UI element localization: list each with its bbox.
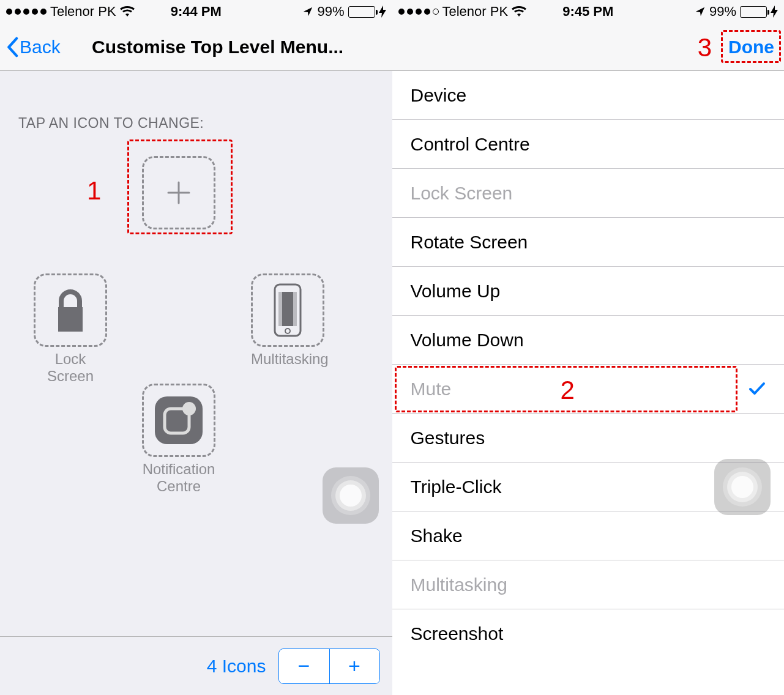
bottom-bar: 4 Icons − +	[0, 636, 392, 695]
wifi-icon	[120, 6, 135, 17]
carrier-label-r: Telenor PK	[442, 4, 509, 20]
icon-count-stepper: − +	[278, 649, 380, 684]
list-item-control-centre[interactable]: Control Centre	[392, 120, 785, 169]
battery-icon	[348, 6, 375, 18]
list-item-label: Shake	[411, 526, 463, 546]
back-button[interactable]: Back	[6, 37, 61, 58]
charging-icon	[379, 6, 386, 18]
lock-icon	[49, 286, 92, 335]
multitask-slot-box	[251, 273, 324, 347]
svg-rect-4	[155, 396, 203, 444]
pane-left: Telenor PK 9:44 PM 99% Back Customise To…	[0, 0, 392, 695]
list-item-device[interactable]: Device	[392, 71, 785, 120]
svg-point-6	[182, 402, 196, 415]
nav-bar-left: Back Customise Top Level Menu...	[0, 23, 392, 71]
assistive-touch-button[interactable]	[323, 467, 379, 524]
slot-label-multitask: Multitasking	[251, 351, 329, 368]
svg-point-3	[285, 329, 290, 333]
nav-bar-right: Done	[392, 23, 785, 71]
charging-icon	[771, 6, 778, 18]
list-item-volume-down[interactable]: Volume Down	[392, 316, 785, 365]
status-time: 9:44 PM	[171, 4, 222, 20]
list-item-label: Control Centre	[411, 134, 530, 155]
list-item-mute[interactable]: Mute	[392, 365, 785, 414]
stepper-plus[interactable]: +	[329, 649, 379, 683]
list-item-label: Multitasking	[411, 574, 507, 595]
slot-multitasking[interactable]: Multitasking	[251, 273, 329, 368]
list-item-multitasking[interactable]: Multitasking	[392, 560, 785, 609]
status-bar-right: Telenor PK 9:45 PM 99%	[392, 0, 785, 23]
status-right-r: 99%	[695, 4, 778, 20]
list-item-label: Device	[411, 85, 467, 106]
assistive-touch-button[interactable]	[714, 459, 771, 515]
list-item-gestures[interactable]: Gestures	[392, 414, 785, 463]
signal-strength-icon	[6, 9, 47, 15]
location-icon	[695, 6, 706, 17]
plus-slot-box	[142, 156, 215, 229]
list-item-label: Lock Screen	[411, 183, 513, 204]
plus-icon	[163, 177, 194, 208]
list-item-label: Screenshot	[411, 623, 504, 644]
battery-icon	[740, 6, 767, 18]
status-time-r: 9:45 PM	[562, 4, 613, 20]
signal-strength-icon	[398, 9, 439, 15]
slot-label-lock: LockScreen	[34, 351, 107, 384]
list-item-label: Rotate Screen	[411, 232, 528, 253]
pane-right: Telenor PK 9:45 PM 99% Done Device Contr…	[392, 0, 785, 695]
carrier-label: Telenor PK	[50, 4, 116, 20]
wifi-icon	[512, 6, 526, 17]
list-item-label: Gestures	[411, 428, 485, 448]
list-item-screenshot[interactable]: Screenshot	[392, 609, 785, 658]
checkmark-icon	[749, 379, 766, 400]
notif-slot-box	[142, 384, 215, 457]
status-bar-left: Telenor PK 9:44 PM 99%	[0, 0, 392, 23]
status-left: Telenor PK	[6, 4, 135, 20]
done-button[interactable]: Done	[725, 35, 778, 59]
section-caption: TAP AN ICON TO CHANGE:	[0, 71, 392, 138]
status-left-r: Telenor PK	[398, 4, 527, 20]
stepper-minus[interactable]: −	[279, 649, 329, 683]
svg-rect-2	[282, 292, 293, 326]
slot-notification-centre[interactable]: NotificationCentre	[142, 384, 215, 494]
back-label: Back	[20, 37, 61, 58]
status-right: 99%	[302, 4, 386, 20]
slot-label-notif: NotificationCentre	[142, 461, 215, 494]
battery-percent-r: 99%	[709, 4, 736, 20]
lock-slot-box	[34, 273, 107, 347]
list-item-label: Volume Down	[411, 330, 524, 351]
list-item-volume-up[interactable]: Volume Up	[392, 267, 785, 316]
list-item-lock-screen[interactable]: Lock Screen	[392, 169, 785, 218]
chevron-left-icon	[6, 37, 18, 58]
notification-centre-icon	[151, 393, 206, 448]
list-item-rotate-screen[interactable]: Rotate Screen	[392, 218, 785, 267]
list-item-shake[interactable]: Shake	[392, 511, 785, 560]
action-list: Device Control Centre Lock Screen Rotate…	[392, 71, 785, 658]
battery-percent: 99%	[317, 4, 344, 20]
slot-lock-screen[interactable]: LockScreen	[34, 273, 107, 384]
list-item-label: Volume Up	[411, 281, 501, 302]
page-title: Customise Top Level Menu...	[92, 37, 386, 58]
multitasking-icon	[267, 282, 308, 338]
list-item-label: Mute	[411, 379, 452, 400]
location-icon	[302, 6, 313, 17]
list-item-label: Triple-Click	[411, 477, 502, 497]
icon-count-label: 4 Icons	[207, 656, 266, 677]
slot-empty-top[interactable]	[142, 156, 215, 229]
